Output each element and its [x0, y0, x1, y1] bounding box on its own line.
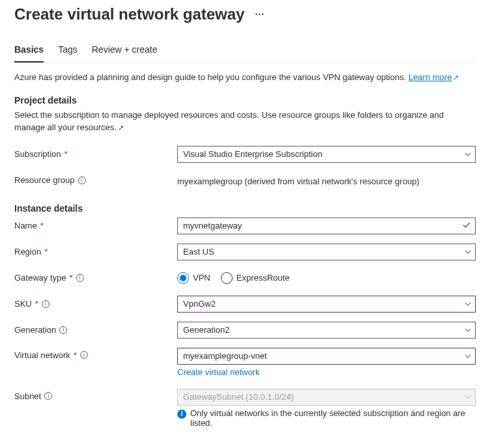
- radio-selected-icon: [177, 272, 189, 284]
- intro-text-body: Azure has provided a planning and design…: [14, 72, 409, 82]
- external-link-icon: ↗: [453, 74, 459, 82]
- required-asterisk: *: [74, 350, 77, 360]
- gateway-type-expressroute-radio[interactable]: ExpressRoute: [221, 272, 290, 284]
- region-value: East US: [183, 247, 214, 257]
- external-link-icon: ↗: [118, 123, 124, 133]
- subnet-hint: i Only virtual networks in the currently…: [177, 408, 476, 428]
- radio-label-vpn: VPN: [193, 273, 210, 283]
- subnet-select: GatewaySubnet (10.0.1.0/24): [177, 389, 476, 406]
- required-asterisk: *: [40, 221, 44, 231]
- subnet-label: Subnet i: [14, 389, 177, 401]
- info-icon[interactable]: i: [76, 274, 84, 282]
- info-icon[interactable]: i: [80, 351, 88, 359]
- sku-value: VpnGw2: [183, 299, 216, 309]
- region-select[interactable]: East US: [177, 244, 476, 260]
- instance-details-header: Instance details: [14, 203, 476, 214]
- virtual-network-label: Virtual network * i: [14, 348, 177, 360]
- subscription-select[interactable]: Visual Studio Enterprise Subscription: [177, 146, 476, 163]
- intro-text: Azure has provided a planning and design…: [14, 72, 476, 82]
- page-title-text: Create virtual network gateway: [14, 5, 244, 23]
- subnet-value: GatewaySubnet (10.0.1.0/24): [183, 392, 294, 402]
- generation-select[interactable]: Generation2: [177, 322, 476, 339]
- gateway-type-label: Gateway type * i: [14, 273, 177, 283]
- sku-label: SKU * i: [14, 299, 177, 309]
- gateway-type-vpn-radio[interactable]: VPN: [177, 272, 210, 284]
- region-label: Region *: [14, 247, 177, 257]
- subscription-value: Visual Studio Enterprise Subscription: [183, 149, 323, 159]
- chevron-down-icon: [465, 353, 471, 359]
- subnet-hint-text: Only virtual networks in the currently s…: [190, 408, 476, 428]
- tab-bar: Basics Tags Review + create: [14, 40, 476, 63]
- chevron-down-icon: [465, 151, 471, 158]
- page-title: Create virtual network gateway ···: [14, 5, 476, 23]
- name-input-value: myvnetgateway: [183, 221, 242, 231]
- valid-check-icon: [462, 220, 471, 231]
- required-asterisk: *: [35, 299, 38, 309]
- info-icon[interactable]: i: [42, 300, 50, 308]
- project-details-desc: Select the subscription to manage deploy…: [14, 109, 476, 134]
- info-icon[interactable]: i: [44, 392, 52, 400]
- tab-tags[interactable]: Tags: [58, 40, 78, 63]
- name-input[interactable]: myvnetgateway: [177, 217, 476, 234]
- chevron-down-icon: [465, 301, 471, 307]
- chevron-down-icon: [465, 394, 471, 400]
- virtual-network-select[interactable]: myexamplegroup-vnet: [177, 348, 476, 365]
- generation-value: Generation2: [183, 325, 230, 335]
- required-asterisk: *: [65, 149, 68, 159]
- chevron-down-icon: [465, 249, 471, 255]
- virtual-network-value: myexamplegroup-vnet: [183, 351, 267, 361]
- required-asterisk: *: [70, 273, 73, 283]
- project-details-header: Project details: [14, 95, 476, 105]
- subscription-label: Subscription *: [14, 149, 177, 159]
- gateway-type-radio-group: VPN ExpressRoute: [177, 272, 476, 284]
- info-badge-icon: i: [177, 410, 186, 419]
- info-icon[interactable]: i: [78, 176, 86, 184]
- tab-review-create[interactable]: Review + create: [92, 40, 158, 63]
- learn-more-link[interactable]: Learn more↗: [409, 72, 459, 82]
- more-actions-icon[interactable]: ···: [255, 9, 265, 20]
- required-asterisk: *: [44, 247, 48, 257]
- tab-basics[interactable]: Basics: [14, 40, 44, 63]
- resource-group-value: myexamplegroup (derived from virtual net…: [177, 175, 476, 186]
- chevron-down-icon: [465, 327, 471, 333]
- radio-label-expressroute: ExpressRoute: [237, 273, 290, 283]
- sku-select[interactable]: VpnGw2: [177, 296, 476, 313]
- create-virtual-network-link[interactable]: Create virtual network: [177, 367, 476, 377]
- generation-label: Generation i: [14, 325, 177, 335]
- radio-unselected-icon: [221, 272, 233, 284]
- name-label: Name *: [14, 221, 177, 231]
- resource-group-label: Resource group i: [14, 175, 177, 185]
- info-icon[interactable]: i: [59, 326, 67, 334]
